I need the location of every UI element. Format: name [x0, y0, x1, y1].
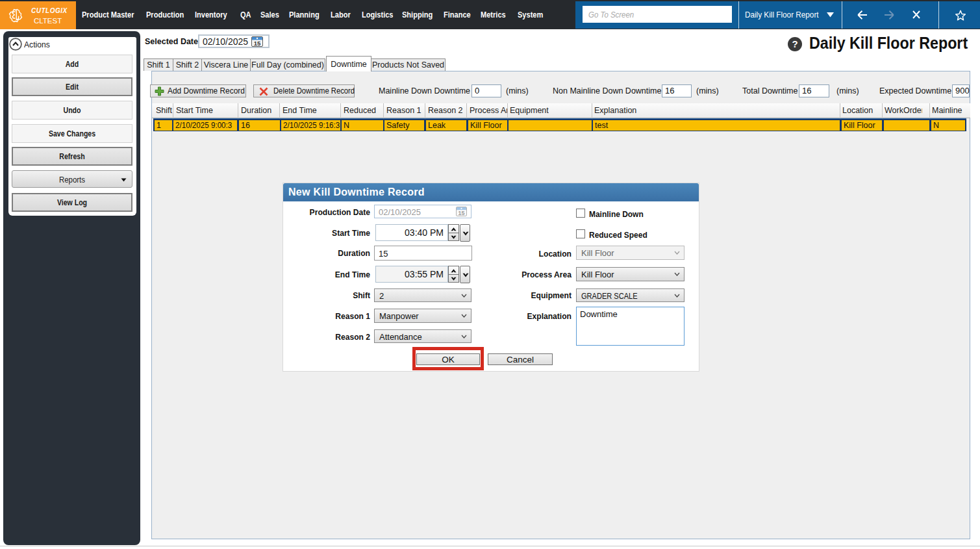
- svg-text:15: 15: [254, 40, 261, 47]
- svg-text:15: 15: [459, 210, 465, 216]
